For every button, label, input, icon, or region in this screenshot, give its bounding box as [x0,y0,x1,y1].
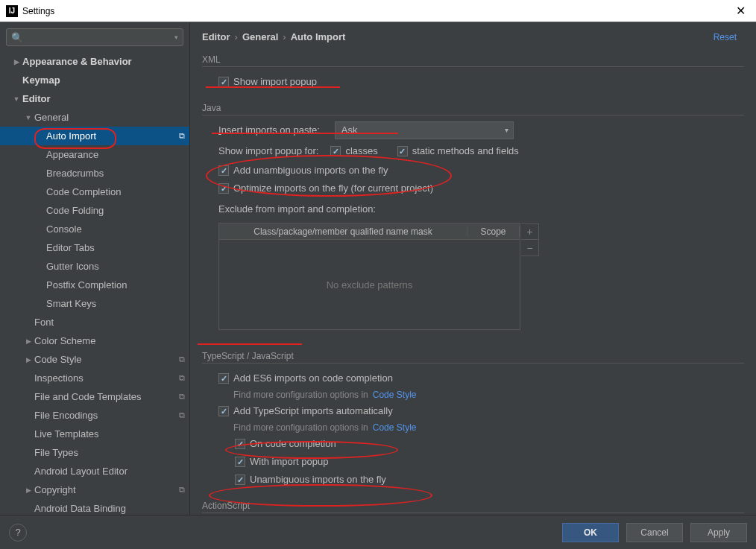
tree-item-label: Breadcrumbs [46,168,185,179]
tree-item-label: Inspections [34,372,179,384]
settings-sidebar: 🔍 ▾ ▶Appearance & Behavior▶Keymap▼Editor… [0,22,190,515]
tree-item-color-scheme[interactable]: ▶Color Scheme [0,331,189,350]
ok-button[interactable]: OK [562,523,619,542]
chevron-right-icon: ▶ [24,486,33,494]
section-java: Java [202,103,744,115]
tree-item-label: Smart Keys [46,298,185,309]
apply-button[interactable]: Apply [690,523,747,542]
tree-item-general[interactable]: ▼General [0,108,189,127]
tree-item-label: General [34,112,185,123]
help-button[interactable]: ? [9,524,27,542]
checkbox-xml-show-import-popup[interactable] [218,77,229,87]
tree-item-editor-tabs[interactable]: ▶Editor Tabs [0,238,189,257]
tree-item-label: Editor [22,93,185,104]
checkbox-add-es6[interactable] [218,373,229,384]
tree-item-code-completion[interactable]: ▶Code Completion [0,183,189,201]
section-as: ActionScript [202,501,744,513]
tree-item-label: Appearance [46,149,185,160]
label-exclude: Exclude from import and completion: [218,202,376,217]
tree-item-editor[interactable]: ▼Editor [0,89,189,108]
tree-item-label: Code Style [34,354,179,365]
tree-item-label: Gutter Icons [46,261,185,272]
tree-item-label: Copyright [34,484,179,495]
exclude-table: Class/package/member qualified name mask… [218,223,520,330]
tree-item-label: File Encodings [34,410,179,421]
link-code-style-2[interactable]: Code Style [373,420,417,435]
tree-item-android-data-binding[interactable]: ▶Android Data Binding [0,499,189,515]
tree-item-auto-import[interactable]: ▶Auto Import⧉ [0,127,189,145]
tree-item-code-folding[interactable]: ▶Code Folding [0,201,189,220]
reset-link[interactable]: Reset [714,32,737,42]
tree-item-code-style[interactable]: ▶Code Style⧉ [0,350,189,369]
chevron-right-icon: ▶ [24,356,33,364]
project-level-icon: ⧉ [179,392,185,402]
checkbox-with-popup[interactable] [235,457,245,467]
tree-item-breadcrumbs[interactable]: ▶Breadcrumbs [0,164,189,183]
project-level-icon: ⧉ [179,373,185,383]
project-level-icon: ⧉ [179,485,185,495]
checkbox-add-unambiguous-java[interactable] [218,165,229,176]
chevron-down-icon: ▾ [174,34,178,41]
tree-item-label: Font [34,317,185,328]
label-xml-show-import-popup: Show import popup [233,74,317,89]
breadcrumb: Editor›General›Auto Import [202,31,345,42]
tree-item-label: Postfix Completion [46,279,185,291]
tree-item-label: Appearance & Behavior [22,56,185,67]
checkbox-classes[interactable] [330,146,341,156]
tree-item-label: Live Templates [34,428,185,439]
tree-item-file-types[interactable]: ▶File Types [0,443,189,462]
section-ts: TypeScript / JavaScript [202,351,744,364]
tree-item-appearance[interactable]: ▶Appearance [0,145,189,164]
checkbox-add-ts[interactable] [218,406,229,416]
add-exclude-button[interactable]: + [521,223,539,240]
settings-tree[interactable]: ▶Appearance & Behavior▶Keymap▼Editor▼Gen… [0,52,189,515]
search-input[interactable]: 🔍 ▾ [6,28,183,46]
tree-item-label: Auto Import [46,130,179,142]
tree-item-label: Android Layout Editor [34,466,185,477]
tree-item-appearance-behavior[interactable]: ▶Appearance & Behavior [0,52,189,71]
chevron-down-icon: ▼ [12,95,21,103]
checkbox-on-completion[interactable] [235,439,245,449]
content-body: XML Show import popup Java Insert import… [190,48,756,515]
close-icon[interactable]: ✕ [731,4,750,18]
tree-item-file-and-code-templates[interactable]: ▶File and Code Templates⧉ [0,387,189,406]
tree-item-smart-keys[interactable]: ▶Smart Keys [0,294,189,313]
select-insert-on-paste[interactable]: Ask [335,121,514,139]
label-insert-on-paste: Insert imports on paste: [218,123,320,138]
exclude-col-name[interactable]: Class/package/member qualified name mask [219,226,467,237]
project-level-icon: ⧉ [179,410,185,420]
tree-item-keymap[interactable]: ▶Keymap [0,71,189,89]
remove-exclude-button[interactable]: − [521,240,539,256]
chevron-right-icon: ▶ [24,337,33,345]
tree-item-label: Keymap [22,74,185,86]
tree-item-label: Color Scheme [34,335,185,346]
tree-item-android-layout-editor[interactable]: ▶Android Layout Editor [0,462,189,480]
project-level-icon: ⧉ [179,355,185,364]
exclude-empty: No exclude patterns [219,240,520,329]
checkbox-optimize-java[interactable] [218,183,229,194]
exclude-col-scope[interactable]: Scope [467,226,520,237]
search-icon: 🔍 [11,32,23,43]
tree-item-gutter-icons[interactable]: ▶Gutter Icons [0,257,189,276]
tree-item-label: Android Data Binding [34,503,185,514]
tree-item-live-templates[interactable]: ▶Live Templates [0,425,189,443]
chevron-down-icon: ▼ [24,114,33,121]
link-code-style-1[interactable]: Code Style [373,387,417,402]
settings-content: Editor›General›Auto Import Reset XML Sho… [190,22,756,515]
tree-item-font[interactable]: ▶Font [0,313,189,331]
label-show-popup-for: Show import popup for: [218,144,318,159]
checkbox-static[interactable] [397,146,408,156]
tree-item-label: Editor Tabs [46,242,185,253]
cancel-button[interactable]: Cancel [626,523,683,542]
project-level-icon: ⧉ [179,131,185,141]
tree-item-postfix-completion[interactable]: ▶Postfix Completion [0,276,189,294]
tree-item-file-encodings[interactable]: ▶File Encodings⧉ [0,406,189,425]
checkbox-unambiguous-ts[interactable] [235,475,245,485]
tree-item-console[interactable]: ▶Console [0,220,189,238]
dialog-footer: ? OK Cancel Apply [0,515,756,549]
tree-item-label: Console [46,223,185,235]
tree-item-inspections[interactable]: ▶Inspections⧉ [0,369,189,387]
tree-item-copyright[interactable]: ▶Copyright⧉ [0,480,189,499]
tree-item-label: Code Folding [46,205,185,216]
window-title: Settings [22,6,54,16]
